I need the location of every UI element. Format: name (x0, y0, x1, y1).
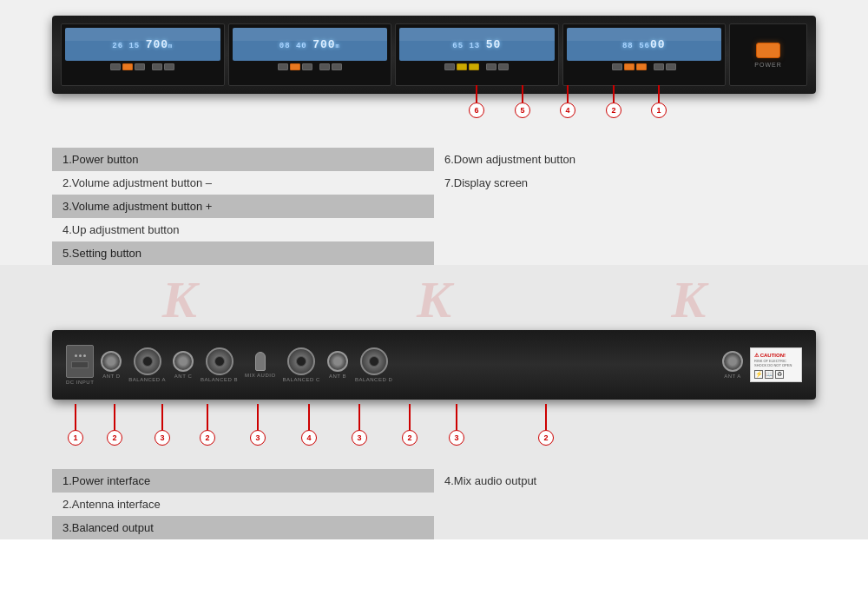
btn-ch3-4[interactable] (486, 63, 496, 70)
anno-bottom-2c: 2 (402, 404, 418, 446)
btn-ch2-5[interactable] (332, 63, 342, 70)
caution-box: ⚠ CAUTION! RISK OF ELECTRIC SHOCK DO NOT… (750, 347, 802, 382)
xlr-balanced-c (287, 347, 315, 375)
label-empty-1 (434, 195, 816, 218)
lcd-text-3: 65 13 50 (452, 38, 501, 51)
ant-d-label: ANT D (102, 374, 120, 379)
ant-b-label: ANT B (329, 374, 346, 379)
balanced-d-group: BALANCED D (355, 347, 392, 382)
lcd-display-1: 26 15 700m (65, 28, 220, 61)
channel-unit-1: 26 15 700m (61, 23, 225, 86)
anno-bottom-3a: 3 (155, 404, 170, 446)
anno-bottom-3b: 3 (250, 404, 266, 446)
ant-a-group: ANT A (722, 351, 743, 379)
btn-ch3-2[interactable] (457, 63, 467, 70)
watermark-3: K (671, 274, 706, 326)
buttons-row-2 (278, 63, 342, 70)
anno-bottom-2d: 2 (538, 404, 554, 446)
watermark-row: K K K (0, 274, 868, 326)
label-power-button: 1.Power button (52, 148, 434, 171)
dc-dot-3 (83, 354, 86, 357)
watermark-1: K (162, 274, 197, 326)
anno-num-1-top: 1 (651, 102, 667, 118)
top-annotations-area: 6 5 4 2 1 (52, 85, 816, 137)
top-section: 26 15 700m 08 40 700m (0, 0, 868, 148)
annotation-4: 4 (560, 85, 575, 118)
anno-num-bottom-3b: 3 (250, 430, 266, 446)
caution-text: RISK OF ELECTRIC SHOCK DO NOT OPEN (754, 359, 798, 367)
btn-ch3-1[interactable] (444, 63, 455, 70)
anno-num-bottom-1: 1 (68, 430, 83, 446)
anno-num-2-top: 2 (606, 102, 621, 118)
bottom-labels-grid: 1.Power interface 4.Mix audio output 2.A… (52, 469, 816, 539)
btn-ch1-5[interactable] (164, 63, 174, 70)
power-button-element[interactable] (756, 43, 780, 58)
btn-ch4-3[interactable] (636, 63, 647, 70)
anno-num-bottom-3c: 3 (352, 430, 367, 446)
btn-ch4-4[interactable] (654, 63, 664, 70)
btn-ch2-2[interactable] (290, 63, 300, 70)
btn-ch1-4[interactable] (152, 63, 162, 70)
caution-icons: ⚡ 📖 ♻ (754, 370, 798, 379)
label-antenna-interface: 2.Antenna interface (52, 493, 434, 516)
btn-ch3-3[interactable] (469, 63, 479, 70)
bottom-annotations-area: 1 2 3 2 3 4 3 (52, 400, 816, 465)
caution-title: ⚠ CAUTION! (754, 352, 798, 358)
annotation-6: 6 (469, 85, 484, 118)
btn-ch3-5[interactable] (498, 63, 509, 70)
bnc-ant-b (327, 351, 348, 372)
anno-bottom-1: 1 (68, 404, 83, 446)
anno-bottom-2b: 2 (200, 404, 215, 446)
btn-ch4-2[interactable] (624, 63, 635, 70)
bnc-ant-a (722, 351, 743, 372)
annotation-2-top: 2 (606, 85, 621, 118)
label-balanced-output: 3.Balanced output (52, 516, 434, 539)
xlr-balanced-a (134, 347, 161, 375)
xlr-balanced-b (206, 347, 233, 375)
anno-bottom-3c: 3 (352, 404, 367, 446)
balanced-c-group: BALANCED C (283, 347, 320, 382)
lcd-text-1: 26 15 700m (112, 38, 173, 51)
lcd-display-4: 88 5600 (567, 28, 722, 61)
label-empty-3 (434, 241, 816, 265)
dc-dot-2 (79, 354, 82, 357)
label-vol-plus: 3.Volume adjustment button + (52, 195, 434, 218)
annotation-5: 5 (515, 85, 530, 118)
label-empty-2 (434, 218, 816, 241)
buttons-row-4 (612, 63, 676, 70)
balanced-a-group: BALANCED A (128, 347, 166, 382)
balanced-b-group: BALANCED B (201, 347, 238, 382)
lcd-display-2: 08 40 700m (233, 28, 388, 61)
dc-input-label: DC INPUT (66, 380, 94, 385)
jack-mix-audio (255, 352, 266, 371)
anno-bottom-4: 4 (301, 404, 317, 446)
annotation-1-top: 1 (651, 85, 667, 118)
ant-c-group: ANT C (173, 351, 194, 379)
label-up-adj: 4.Up adjustment button (52, 218, 434, 241)
label-mix-audio: 4.Mix audio output (434, 469, 816, 493)
front-panel-device: 26 15 700m 08 40 700m (52, 16, 816, 94)
dc-dots (75, 354, 86, 357)
ant-a-label: ANT A (724, 374, 741, 379)
btn-ch1-1[interactable] (110, 63, 121, 70)
btn-ch4-5[interactable] (666, 63, 676, 70)
symbol-1: ⚡ (754, 370, 763, 379)
btn-ch4-1[interactable] (612, 63, 622, 70)
anno-num-bottom-2d: 2 (538, 430, 554, 446)
label-power-interface: 1.Power interface (52, 469, 434, 493)
btn-ch2-1[interactable] (278, 63, 288, 70)
buttons-row-3 (444, 63, 509, 70)
anno-bottom-2a: 2 (107, 404, 122, 446)
btn-ch2-4[interactable] (319, 63, 330, 70)
power-label: POWER (754, 62, 781, 68)
channel-unit-2: 08 40 700m (228, 23, 392, 86)
btn-ch1-2[interactable] (122, 63, 133, 70)
label-display-screen: 7.Display screen (434, 171, 816, 195)
label-down-adj: 6.Down adjustment button (434, 148, 816, 171)
top-labels-grid: 1.Power button 6.Down adjustment button … (52, 148, 816, 265)
anno-num-bottom-2b: 2 (200, 430, 215, 446)
ant-d-group: ANT D (101, 351, 122, 379)
btn-ch1-3[interactable] (135, 63, 145, 70)
power-panel: POWER (729, 23, 807, 86)
btn-ch2-3[interactable] (302, 63, 312, 70)
